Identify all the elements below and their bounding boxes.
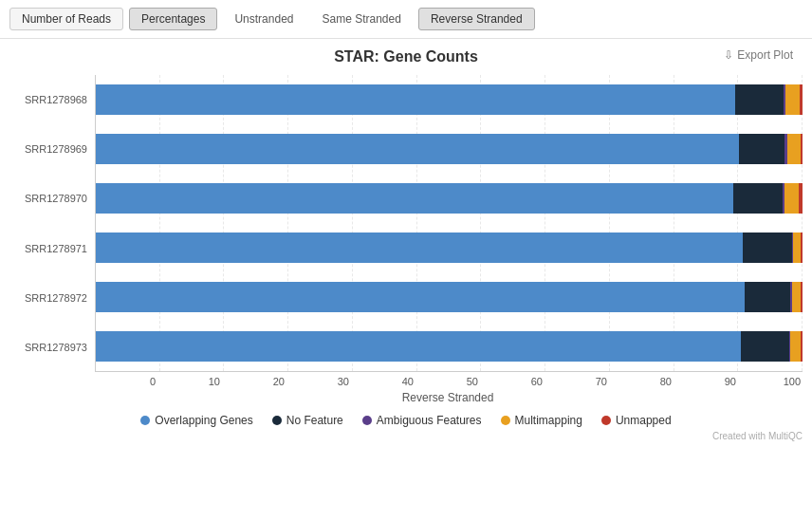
x-tick: 30 bbox=[286, 376, 351, 387]
x-tick: 70 bbox=[544, 376, 609, 387]
legend-item: Multimapping bbox=[501, 414, 582, 427]
bar-segment-unmapped bbox=[800, 84, 803, 115]
percentages-button[interactable]: Percentages bbox=[129, 8, 217, 30]
bar-row bbox=[96, 124, 803, 174]
y-label: SRR1278970 bbox=[19, 174, 87, 223]
bar[interactable] bbox=[96, 233, 803, 263]
y-label: SRR1278973 bbox=[19, 323, 87, 372]
bar-segment-multimapping bbox=[785, 84, 800, 115]
x-tick: 20 bbox=[222, 376, 286, 387]
bar[interactable] bbox=[96, 84, 803, 115]
bar-segment-overlapping bbox=[96, 183, 733, 214]
bar-segment-unmapped bbox=[801, 233, 802, 263]
x-tick: 100 bbox=[738, 376, 803, 387]
legend-label: Ambiguous Features bbox=[377, 414, 482, 427]
legend-label: No Feature bbox=[286, 414, 343, 427]
x-axis-label: Reverse Stranded bbox=[93, 391, 803, 404]
bar-segment-multimapping bbox=[784, 183, 799, 214]
bar-segment-multimapping bbox=[792, 282, 802, 312]
bar-segment-no_feature bbox=[741, 331, 789, 362]
bar-segment-multimapping bbox=[790, 331, 801, 362]
bar-segment-overlapping bbox=[96, 331, 741, 362]
x-axis: 0102030405060708090100 bbox=[93, 372, 803, 387]
bar-segment-overlapping bbox=[96, 233, 743, 263]
toolbar: Number of Reads Percentages Unstranded S… bbox=[0, 0, 812, 39]
x-tick: 90 bbox=[674, 376, 738, 387]
legend-color-dot bbox=[501, 416, 510, 425]
bar-segment-overlapping bbox=[96, 134, 739, 164]
bar-row bbox=[96, 174, 803, 223]
y-label: SRR1278971 bbox=[19, 224, 87, 273]
bar[interactable] bbox=[96, 134, 803, 164]
bar[interactable] bbox=[96, 331, 803, 362]
x-tick: 50 bbox=[415, 376, 480, 387]
legend-color-dot bbox=[272, 416, 282, 425]
legend-item: No Feature bbox=[272, 414, 343, 427]
bar-segment-unmapped bbox=[801, 134, 803, 164]
bar-segment-unmapped bbox=[799, 183, 803, 214]
number-of-reads-button[interactable]: Number of Reads bbox=[9, 8, 123, 30]
legend-item: Overlapping Genes bbox=[140, 414, 252, 427]
chart-container: STAR: Gene Counts ⇩ Export Plot SRR12789… bbox=[0, 39, 812, 404]
export-plot-button[interactable]: ⇩ Export Plot bbox=[724, 48, 793, 62]
x-tick: 40 bbox=[351, 376, 415, 387]
bar-segment-unmapped bbox=[801, 282, 802, 312]
same-stranded-button[interactable]: Same Stranded bbox=[310, 9, 412, 29]
legend-item: Ambiguous Features bbox=[362, 414, 482, 427]
legend-color-dot bbox=[140, 416, 150, 425]
legend-color-dot bbox=[362, 416, 372, 425]
bar-row bbox=[96, 322, 803, 371]
bar-row bbox=[96, 75, 803, 124]
legend-label: Overlapping Genes bbox=[155, 414, 252, 427]
reverse-stranded-button[interactable]: Reverse Stranded bbox=[418, 8, 535, 30]
chart-title: STAR: Gene Counts bbox=[9, 48, 803, 65]
y-label: SRR1278972 bbox=[19, 273, 87, 323]
bar[interactable] bbox=[96, 183, 803, 214]
x-tick: 10 bbox=[157, 376, 222, 387]
y-label: SRR1278968 bbox=[19, 75, 87, 124]
x-tick: 60 bbox=[480, 376, 544, 387]
legend-item: Unmapped bbox=[601, 414, 672, 427]
y-label: SRR1278969 bbox=[19, 124, 87, 174]
x-tick: 0 bbox=[93, 376, 157, 387]
x-tick: 80 bbox=[609, 376, 674, 387]
bar-segment-no_feature bbox=[743, 233, 792, 263]
bar-row bbox=[96, 223, 803, 272]
bar-segment-no_feature bbox=[733, 183, 783, 214]
legend-color-dot bbox=[601, 416, 611, 425]
chart-area: SRR1278968SRR1278969SRR1278970SRR1278971… bbox=[19, 75, 803, 372]
bar-segment-overlapping bbox=[96, 282, 745, 312]
legend-label: Multimapping bbox=[515, 414, 582, 427]
bar-row bbox=[96, 272, 803, 322]
bar-segment-no_feature bbox=[739, 134, 784, 164]
bar-segment-multimapping bbox=[787, 134, 801, 164]
multiqc-credit: Created with MultiQC bbox=[0, 431, 812, 445]
bar-segment-overlapping bbox=[96, 84, 735, 115]
legend-label: Unmapped bbox=[616, 414, 672, 427]
y-axis-labels: SRR1278968SRR1278969SRR1278970SRR1278971… bbox=[19, 75, 95, 372]
bars-wrapper bbox=[96, 75, 803, 371]
download-icon: ⇩ bbox=[724, 48, 733, 62]
unstranded-button[interactable]: Unstranded bbox=[223, 9, 304, 29]
bar-segment-no_feature bbox=[745, 282, 790, 312]
bar-segment-multimapping bbox=[793, 233, 801, 263]
bars-and-grid bbox=[95, 75, 803, 372]
bar[interactable] bbox=[96, 282, 803, 312]
legend: Overlapping GenesNo FeatureAmbiguous Fea… bbox=[0, 404, 812, 431]
bar-segment-no_feature bbox=[735, 84, 784, 115]
bar-segment-unmapped bbox=[801, 331, 802, 362]
